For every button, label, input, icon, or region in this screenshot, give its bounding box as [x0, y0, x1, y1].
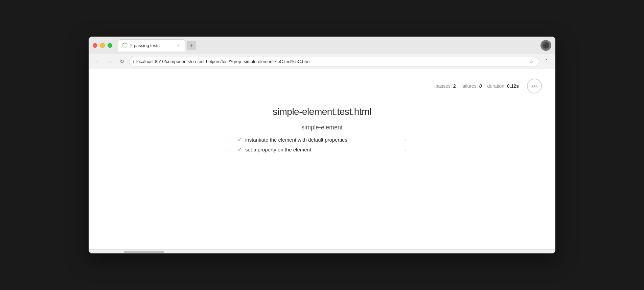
test-check-icon: ✓	[237, 146, 242, 153]
progress-value: 33%	[531, 84, 538, 88]
test-name: instantiate the element with default pro…	[245, 137, 347, 143]
bookmark-button[interactable]: ☆	[527, 58, 535, 66]
passes-value: 2	[453, 83, 456, 89]
test-name: set a property on the element	[245, 147, 311, 152]
back-button[interactable]: ←	[93, 57, 102, 66]
test-item[interactable]: ✓instantiate the element with default pr…	[237, 137, 407, 143]
tab-close-button[interactable]: ×	[176, 43, 181, 48]
scrollbar-thumb[interactable]	[124, 251, 164, 253]
failures-value: 0	[479, 83, 482, 89]
duration-label: duration:	[487, 83, 505, 89]
traffic-lights	[93, 43, 112, 48]
test-arrow-icon: ›	[405, 138, 407, 142]
back-icon: ←	[95, 59, 100, 65]
profile-icon: ⚫	[542, 42, 550, 49]
test-check-icon: ✓	[237, 137, 242, 143]
nav-bar: ← → ↻ ℹ localhost:8510/components/oo-tes…	[89, 54, 555, 69]
test-suite: simple-element.test.html simple-element …	[89, 96, 555, 160]
progress-circle: 33%	[527, 79, 542, 94]
duration-value: 0.12s	[507, 83, 519, 89]
test-arrow-icon: ›	[405, 147, 407, 152]
test-item[interactable]: ✓set a property on the element›	[237, 146, 407, 153]
minimize-button[interactable]	[100, 43, 105, 48]
address-text: localhost:8510/components/oo-test-helper…	[136, 59, 525, 64]
reload-icon: ↻	[120, 58, 124, 65]
close-button[interactable]	[93, 43, 97, 48]
suite-group-name: simple-element	[301, 124, 343, 131]
forward-icon: →	[107, 59, 112, 65]
maximize-button[interactable]	[108, 43, 112, 48]
address-bar[interactable]: ℹ localhost:8510/components/oo-test-help…	[129, 57, 539, 66]
passes-stat: passes: 2	[436, 83, 456, 89]
new-tab-button[interactable]: +	[187, 41, 196, 50]
menu-button[interactable]: ⋮	[542, 57, 551, 66]
duration-stat: duration: 0.12s	[487, 83, 519, 89]
failures-label: failures:	[461, 83, 478, 89]
reload-button[interactable]: ↻	[117, 57, 127, 66]
forward-button[interactable]: →	[105, 57, 114, 66]
security-icon: ℹ	[133, 59, 134, 64]
stats-bar: passes: 2 failures: 0 duration: 0.12s 33…	[89, 76, 555, 96]
passes-label: passes:	[436, 83, 452, 89]
tab-title: 2 passing tests	[130, 43, 173, 48]
page-content: passes: 2 failures: 0 duration: 0.12s 33…	[89, 69, 555, 249]
failures-stat: failures: 0	[461, 83, 482, 89]
tab-bar: 2 passing tests × +	[118, 39, 538, 51]
profile-button[interactable]: ⚫	[540, 40, 551, 51]
test-list: ✓instantiate the element with default pr…	[237, 137, 407, 153]
active-tab[interactable]: 2 passing tests ×	[118, 39, 185, 51]
title-bar: 2 passing tests × + ⚫	[89, 37, 555, 54]
suite-title: simple-element.test.html	[273, 106, 371, 117]
tab-loading-spinner	[122, 43, 128, 48]
horizontal-scrollbar[interactable]	[89, 249, 555, 253]
browser-window: 2 passing tests × + ⚫ ← → ↻ ℹ localhost:…	[89, 37, 555, 253]
